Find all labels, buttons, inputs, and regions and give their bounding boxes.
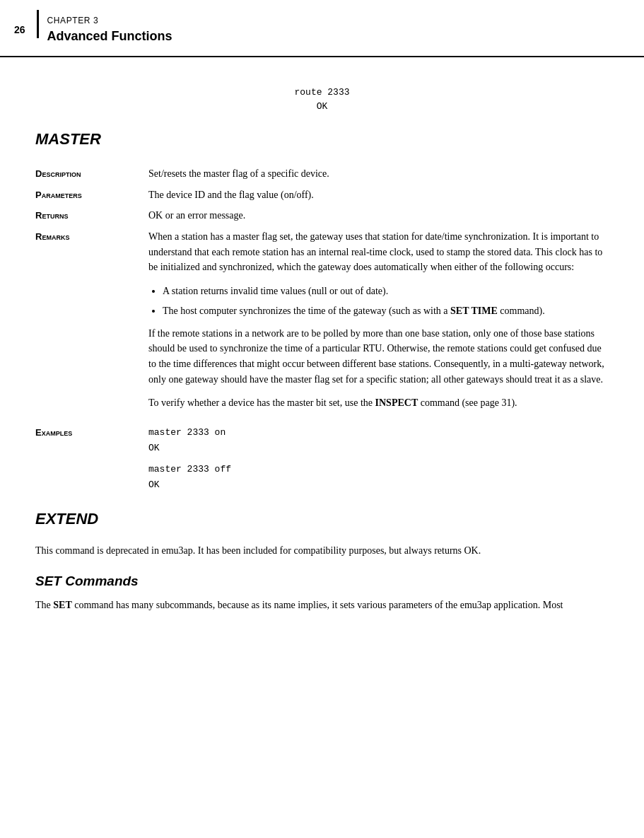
main-content: route 2333 OK MASTER Description Set/res… xyxy=(0,57,644,642)
content-description: Set/resets the master flag of a specific… xyxy=(148,163,609,185)
remarks-para-1: When a station has a master flag set, th… xyxy=(148,229,609,275)
example-line-1: master 2333 on xyxy=(148,425,609,441)
extend-section-title: EXTEND xyxy=(35,507,609,530)
list-item-1: A station returns invalid time values (n… xyxy=(163,284,609,299)
set-commands-title: SET Commands xyxy=(35,571,609,592)
master-doc-table: Description Set/resets the master flag o… xyxy=(35,163,609,496)
section-title-header: Advanced Functions xyxy=(47,27,172,46)
header-divider-bar xyxy=(37,10,39,38)
chapter-label: CHAPTER 3 xyxy=(47,14,172,27)
content-remarks: When a station has a master flag set, th… xyxy=(148,226,609,422)
set-time-bold: SET TIME xyxy=(450,305,498,316)
label-examples: Examples xyxy=(35,422,148,496)
table-row-remarks: Remarks When a station has a master flag… xyxy=(35,226,609,422)
set-bold: SET xyxy=(53,600,71,610)
table-row-examples: Examples master 2333 on OK master 2333 o… xyxy=(35,422,609,496)
content-returns: OK or an error message. xyxy=(148,205,609,226)
example-line-2: OK xyxy=(148,441,609,456)
remarks-para-3: To verify whether a device has the maste… xyxy=(148,395,609,411)
master-section-title: MASTER xyxy=(35,127,609,151)
table-row-returns: Returns OK or an error message. xyxy=(35,205,609,226)
table-row-description: Description Set/resets the master flag o… xyxy=(35,163,609,185)
extend-description: This command is deprecated in emu3ap. It… xyxy=(35,543,609,559)
label-description: Description xyxy=(35,163,148,185)
table-row-parameters: Parameters The device ID and the flag va… xyxy=(35,185,609,206)
label-returns: Returns xyxy=(35,205,148,226)
label-parameters: Parameters xyxy=(35,185,148,206)
content-examples: master 2333 on OK master 2333 off OK xyxy=(148,422,609,496)
code-line-route: route 2333 xyxy=(35,86,609,100)
example-line-spacer xyxy=(148,456,609,462)
extend-section: EXTEND This command is deprecated in emu… xyxy=(35,507,609,559)
page-header: 26 CHAPTER 3 Advanced Functions xyxy=(0,0,644,57)
intro-code-block: route 2333 OK xyxy=(35,86,609,113)
code-line-ok: OK xyxy=(35,100,609,114)
header-text-block: CHAPTER 3 Advanced Functions xyxy=(47,10,172,50)
set-commands-section: SET Commands The SET command has many su… xyxy=(35,571,609,612)
inspect-bold: INSPECT xyxy=(375,397,418,408)
example-line-4: OK xyxy=(148,477,609,493)
examples-code-block: master 2333 on OK master 2333 off OK xyxy=(148,425,609,493)
label-remarks: Remarks xyxy=(35,226,148,422)
remarks-para-2: If the remote stations in a network are … xyxy=(148,326,609,388)
page-number: 26 xyxy=(14,18,25,42)
set-commands-description: The SET command has many subcommands, be… xyxy=(35,598,609,613)
remarks-bullet-list: A station returns invalid time values (n… xyxy=(163,284,609,318)
page: 26 CHAPTER 3 Advanced Functions route 23… xyxy=(0,0,644,838)
example-line-3: master 2333 off xyxy=(148,462,609,477)
list-item-2: The host computer synchronizes the time … xyxy=(163,303,609,319)
content-parameters: The device ID and the flag value (on/off… xyxy=(148,185,609,206)
